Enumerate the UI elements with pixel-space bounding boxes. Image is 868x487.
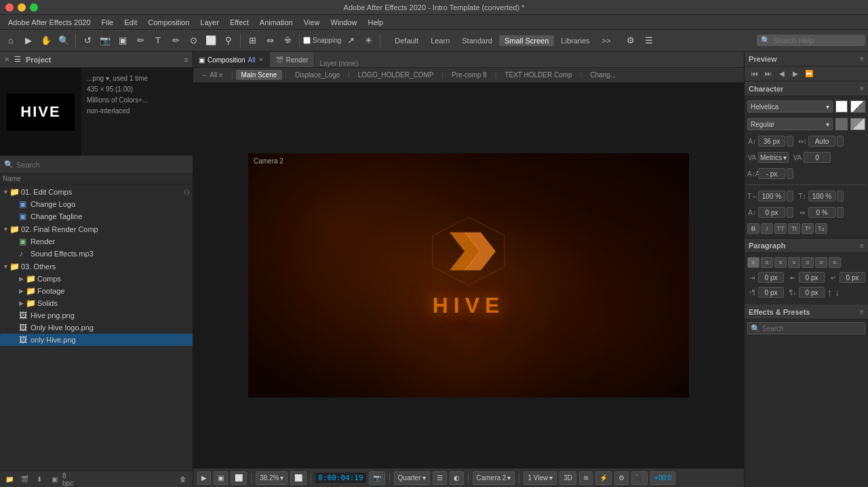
shape-tool[interactable]: ▣ — [115, 33, 131, 49]
space-before-input[interactable]: 0 px — [758, 287, 784, 298]
undo-tool[interactable]: ↺ — [79, 33, 96, 49]
align-justify-right-btn[interactable]: ≡ — [829, 257, 841, 268]
search-input[interactable] — [773, 37, 861, 45]
bold-btn[interactable]: B — [747, 223, 760, 234]
snapping-checkbox[interactable] — [303, 37, 311, 44]
preview-skip-back[interactable]: ⏮ — [749, 69, 761, 79]
tree-group-header-03[interactable]: ▼ 📁 03. Others — [0, 260, 193, 273]
quality-btn[interactable]: Quarter ▾ — [394, 471, 430, 485]
space-after-input[interactable]: 0 px — [799, 287, 825, 298]
maximize-button[interactable] — [30, 3, 38, 12]
font-size-input[interactable]: 36 px — [758, 136, 785, 147]
stroke-color-split[interactable] — [850, 118, 865, 130]
stroke-color-box[interactable] — [835, 118, 848, 130]
zoom-tool[interactable]: 🔍 — [56, 33, 72, 49]
draft-preview[interactable]: ⚙ — [614, 471, 629, 485]
tree-item-footage[interactable]: ▶ 📁 Footage — [0, 285, 193, 297]
align-tool[interactable]: ⊞ — [244, 33, 260, 49]
auto-dropdown[interactable] — [837, 136, 844, 147]
workspace-menu[interactable]: ☰ — [641, 33, 657, 49]
tree-group-header-01[interactable]: ▼ 📁 01. Edit Comps ⚇ — [0, 186, 193, 198]
subscript-btn[interactable]: T₂ — [815, 223, 827, 234]
align-left-btn[interactable]: ≡ — [747, 257, 760, 268]
size-unit-dropdown[interactable] — [787, 136, 793, 147]
viewer-tab-all[interactable]: ← All ≡ — [196, 70, 229, 80]
font-color-split[interactable] — [850, 100, 865, 113]
first-indent-input[interactable]: 0 px — [840, 272, 865, 283]
more-options[interactable]: ✳ — [360, 33, 376, 49]
menu-animation[interactable]: Animation — [254, 15, 298, 30]
viewer-tab-chang[interactable]: Chang... — [585, 70, 621, 80]
workspace-small-screen[interactable]: Small Screen — [499, 35, 554, 46]
align-justify-btn[interactable]: ≡ — [788, 257, 800, 268]
menu-help[interactable]: Help — [363, 15, 389, 30]
camera-view-btn[interactable]: Camera 2 ▾ — [473, 471, 515, 485]
home-button[interactable]: ⌂ — [3, 33, 19, 49]
auto-size-input[interactable]: Auto — [808, 136, 835, 147]
current-time-display[interactable]: 0:00:04:19 — [315, 473, 366, 483]
baseline-input[interactable]: 0 px — [758, 207, 785, 218]
close-button[interactable] — [5, 3, 14, 12]
tree-item-render[interactable]: ▣ Render — [0, 235, 193, 248]
leading-unit[interactable] — [787, 168, 793, 179]
camera-icon-btn[interactable]: 📷 — [369, 471, 385, 485]
scale-h-unit[interactable] — [787, 191, 793, 201]
footage-btn[interactable]: ▣ — [47, 473, 61, 486]
toggle-channel[interactable]: ☰ — [433, 471, 447, 485]
effects-search-input[interactable] — [762, 325, 862, 332]
tab-render[interactable]: 🎬 Render — [270, 52, 315, 67]
distort-tool[interactable]: ※ — [279, 33, 296, 49]
tree-item-comps[interactable]: ▶ 📁 Comps — [0, 273, 193, 285]
viewer-tab-logo-holder[interactable]: LOGO_HOLDER_COMP — [353, 70, 439, 80]
text-tool[interactable]: T — [150, 33, 166, 49]
project-search-input[interactable] — [16, 161, 189, 169]
playback-btn[interactable]: ▶ — [197, 471, 211, 485]
stamp-tool[interactable]: ⊙ — [185, 33, 201, 49]
tree-item-hive-png[interactable]: 🖼 Hive png.png — [0, 309, 193, 322]
viewer-tab-displace[interactable]: Displace_Logo — [290, 70, 345, 80]
viewer-tab-precomp8[interactable]: Pre-comp 8 — [446, 70, 492, 80]
tree-item-change-logo[interactable]: ▣ Change Logo — [0, 198, 193, 210]
align-center-btn[interactable]: ≡ — [761, 257, 773, 268]
scale-h-input[interactable]: 100 % — [758, 191, 785, 201]
menu-ae[interactable]: Adobe After Effects 2020 — [3, 15, 96, 30]
workspace-settings[interactable]: ⚙ — [623, 33, 639, 49]
preview-step-back[interactable]: ⏭ — [762, 69, 774, 79]
tsume-unit[interactable] — [837, 207, 844, 218]
import-btn[interactable]: ⬇ — [33, 473, 46, 486]
view-layout-btn[interactable]: 1 View ▾ — [524, 471, 557, 485]
align-justify-center-btn[interactable]: ≡ — [815, 257, 827, 268]
menu-edit[interactable]: Edit — [119, 15, 142, 30]
menu-window[interactable]: Window — [325, 15, 362, 30]
new-folder-btn[interactable]: 📁 — [3, 473, 16, 486]
brush-tool[interactable]: ✏ — [167, 33, 184, 49]
viewport-menu-btn[interactable]: ▣ — [214, 471, 228, 485]
workspace-libraries[interactable]: Libraries — [555, 35, 595, 46]
tsume-input[interactable]: 0 % — [808, 207, 835, 218]
puppet-tool[interactable]: ⚲ — [220, 33, 237, 49]
preview-play[interactable]: ▶ — [789, 69, 802, 79]
tab-composition[interactable]: ▣ Composition All ✕ — [193, 52, 270, 67]
effects-menu-icon[interactable]: ≡ — [860, 308, 864, 315]
toggle-3d[interactable]: 3D — [559, 471, 576, 485]
panel-menu-icon[interactable]: ≡ — [184, 56, 189, 64]
align-justify-left-btn[interactable]: ≡ — [802, 257, 814, 268]
menu-effect[interactable]: Effect — [224, 15, 254, 30]
tree-group-header-02[interactable]: ▼ 📁 02. Final Render Comp — [0, 223, 193, 235]
camera-tool[interactable]: 📷 — [97, 33, 113, 49]
superscript-btn[interactable]: T² — [802, 223, 814, 234]
workspace-default[interactable]: Default — [389, 35, 424, 46]
left-indent-input[interactable]: 0 px — [758, 272, 784, 283]
tree-item-sound[interactable]: ♪ Sound Effects.mp3 — [0, 248, 193, 260]
scale-v-unit[interactable] — [837, 191, 844, 201]
transparent-bg[interactable]: ⬛ — [631, 471, 648, 485]
zoom-display[interactable]: 38.2% ▾ — [256, 471, 288, 485]
small-caps-btn[interactable]: Tt — [788, 223, 800, 234]
fast-preview[interactable]: ⚡ — [595, 471, 612, 485]
new-comp-btn[interactable]: 🎬 — [18, 473, 31, 486]
workspace-learn[interactable]: Learn — [425, 35, 455, 46]
style-dropdown[interactable]: Regular ▾ — [747, 118, 833, 130]
paragraph-menu-icon[interactable]: ≡ — [860, 242, 864, 250]
fit-btn[interactable]: ⬜ — [290, 471, 307, 485]
preview-menu-icon[interactable]: ≡ — [860, 55, 864, 62]
